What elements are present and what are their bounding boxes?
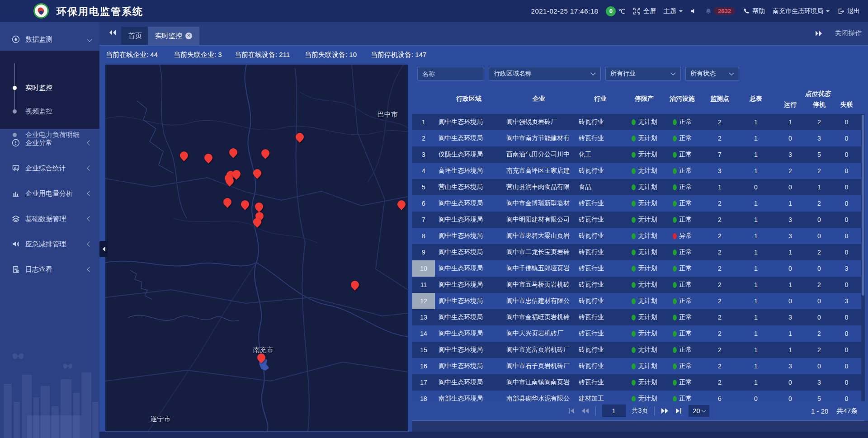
table-row[interactable]: 4 高坪生态环境局 南充市高坪区王家店建 砖瓦行业 无计划 正常 3 1 2 [412,163,861,179]
map[interactable]: 巴中市 南充市 遂宁市 [105,65,408,431]
cell-run-count: 0 [774,374,807,391]
cell-stop-count: 0 [807,309,832,325]
cell-monitor-count: 2 [702,114,738,130]
cell-company: 阆中市光富页岩机砖厂 [503,342,575,358]
table-row[interactable]: 2 阆中生态环境局 阆中市南方节能建材有 砖瓦行业 无计划 正常 2 1 0 [412,130,861,146]
table-row[interactable]: 18 南部生态环境局 南部县砌华水泥有限公 建材加工 无计划 正常 6 0 0 [412,391,861,401]
col-header-pollution: 治污设施 [663,84,702,114]
cell-monitor-count: 2 [702,342,738,358]
table-row[interactable]: 9 阆中生态环境局 阆中市二龙长宝页岩砖 砖瓦行业 无计划 正常 2 1 1 [412,244,861,260]
table-scrollbar [861,114,865,401]
sidebar-item-enterprise-anomaly[interactable]: 企业异常 [0,134,99,152]
table-row[interactable]: 12 阆中生态环境局 阆中市忠信建材有限公 砖瓦行业 无计划 正常 2 1 0 [412,293,861,309]
cell-run-count: 1 [774,114,807,130]
cell-production-status: 无计划 [626,179,663,195]
sidebar-item-realtime-monitoring[interactable]: 实时监控 [0,80,99,95]
sidebar-item-power-usage-analysis[interactable]: 企业用电量分析 [0,184,99,203]
datetime: 2021-02-25 17:46:18 [531,7,599,15]
region-filter-select[interactable]: 行政区域名称 [489,67,601,80]
cell-stop-count: 3 [807,130,832,146]
chevron-left-icon [87,216,92,221]
table-row[interactable]: 7 阆中生态环境局 阆中明阳建材有限公司 砖瓦行业 无计划 正常 2 1 3 [412,212,861,228]
sidebar-item-enterprise-statistics[interactable]: 企业综合统计 [0,159,99,177]
tab-close-icon[interactable]: ✕ [185,33,192,39]
status-dot-icon [632,298,636,304]
cell-production-status: 无计划 [626,358,663,374]
cell-company: 阆中市金博瑞新型墙材 [503,195,575,212]
temperature-badge: 0 [606,6,616,16]
name-filter-input[interactable] [417,67,484,80]
cell-pollution-status: 正常 [663,277,702,293]
sidebar-item-video-monitoring[interactable]: 视频监控 [0,104,99,118]
cell-industry: 砖瓦行业 [575,309,626,325]
logout-button[interactable]: 退出 [837,7,860,15]
tab-home[interactable]: 首页 [121,27,149,45]
status-dot-icon [632,152,636,158]
cell-row-number: 8 [412,228,435,244]
last-page-button[interactable] [675,408,682,414]
table-row[interactable]: 5 营山生态环境局 营山县润丰肉食品有限 食品 无计划 正常 1 0 0 [412,179,861,195]
sidebar-item-emergency-reduction[interactable]: 应急减排管理 [0,235,99,253]
table-row[interactable]: 17 阆中生态环境局 阆中市江南镇阆南页岩 砖瓦行业 无计划 正常 2 1 0 [412,374,861,391]
table-row[interactable]: 6 阆中生态环境局 阆中市金博瑞新型墙材 砖瓦行业 无计划 正常 2 1 1 [412,195,861,212]
table-row[interactable]: 1 阆中生态环境局 阆中强锐页岩砖厂 砖瓦行业 无计划 正常 2 1 1 [412,114,861,130]
chevron-left-icon [87,165,92,170]
cell-pollution-status: 正常 [663,163,702,179]
table-row[interactable]: 10 阆中生态环境局 阆中千佛镇五郎垭页岩 砖瓦行业 无计划 正常 2 1 0 [412,260,861,277]
first-page-button[interactable] [568,408,575,414]
fullscreen-button[interactable]: 全屏 [633,7,656,15]
cell-row-number: 16 [412,358,435,374]
tabs-scroll-left-button[interactable] [108,29,117,36]
cell-row-number: 5 [412,179,435,195]
tab-bar: 首页 实时监控 ✕ 关闭操作 [99,22,868,46]
cell-pollution-status: 正常 [663,325,702,342]
next-page-button[interactable] [661,408,669,414]
col-header-industry: 行业 [575,84,626,114]
table-row[interactable]: 13 阆中生态环境局 阆中市金福旺页岩机砖 砖瓦行业 无计划 正常 2 1 3 [412,309,861,325]
col-header-production: 停限产 [626,84,663,114]
table-row[interactable]: 14 阆中生态环境局 阆中大兴页岩机砖厂 砖瓦行业 无计划 正常 2 1 1 [412,325,861,342]
close-operations-button[interactable]: 关闭操作 [835,29,862,38]
cell-monitor-count: 2 [702,212,738,228]
tab-realtime-monitoring[interactable]: 实时监控 ✕ [148,27,199,45]
theme-dropdown[interactable]: 主题 [664,7,683,15]
notifications-button[interactable]: 2632 [705,7,735,15]
sidebar-item-base-data-management[interactable]: 基础数据管理 [0,210,99,228]
cell-industry: 建材加工 [575,391,626,401]
cell-company: 阆中市忠信建材有限公 [503,293,575,309]
cell-stop-count: 2 [807,114,832,130]
page-size-select[interactable]: 20 [689,405,709,417]
industry-filter-select[interactable]: 所有行业 [605,67,681,80]
sound-toggle[interactable] [690,8,697,14]
cell-row-number: 13 [412,309,435,325]
page-number-input[interactable] [602,405,626,417]
table-row[interactable]: 15 阆中生态环境局 阆中市光富页岩机砖厂 砖瓦行业 无计划 正常 2 1 1 [412,342,861,358]
cell-industry: 食品 [575,179,626,195]
cell-stop-count: 2 [807,244,832,260]
status-dot-icon [632,201,636,207]
cell-run-count: 0 [774,260,807,277]
panel-footer-gap [412,421,868,432]
table-row[interactable]: 3 仪陇生态环境局 西南油气田分公司川中 化工 无计划 正常 7 1 3 [412,146,861,163]
cell-industry: 砖瓦行业 [575,114,626,130]
sidebar-item-log-view[interactable]: 日志查看 [0,260,99,278]
cell-meter-count: 1 [738,358,774,374]
table-row[interactable]: 8 阆中生态环境局 阆中市枣碧大梁山页岩 砖瓦行业 无计划 异常 2 1 3 [412,228,861,244]
help-button[interactable]: 帮助 [743,7,765,15]
table-row[interactable]: 11 阆中生态环境局 阆中市五马桥页岩机砖 砖瓦行业 无计划 正常 2 1 1 [412,277,861,293]
table-row[interactable]: 16 阆中生态环境局 阆中市石子页岩机砖厂 砖瓦行业 无计划 正常 2 1 3 [412,358,861,374]
cell-monitor-count: 2 [702,228,738,244]
next-page-icon [661,408,669,414]
scrollbar-thumb[interactable] [862,115,864,296]
tabs-scroll-right-button[interactable] [815,30,823,37]
map-collapse-button[interactable] [99,241,108,257]
prev-page-button[interactable] [581,408,589,414]
sidebar-item-data-monitoring[interactable]: 数据监测 [0,30,99,48]
org-dropdown[interactable]: 南充市生态环境局 [773,7,830,15]
cell-stop-count: 5 [807,391,832,401]
cell-stop-count: 2 [807,325,832,342]
cell-meter-count: 1 [738,146,774,163]
cell-production-status: 无计划 [626,325,663,342]
status-filter-select[interactable]: 所有状态 [685,67,739,80]
cell-company: 阆中市江南镇阆南页岩 [503,374,575,391]
